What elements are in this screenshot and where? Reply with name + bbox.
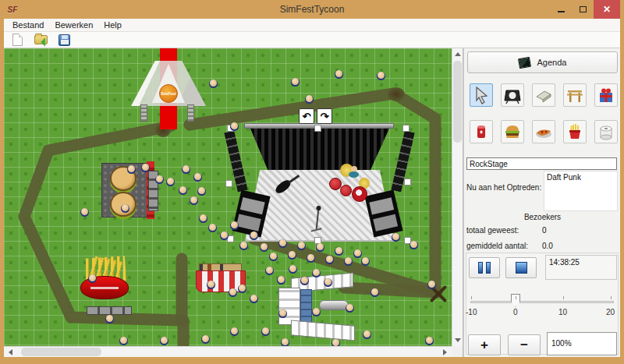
gift-icon xyxy=(597,86,615,104)
tool-stage-button[interactable] xyxy=(563,83,587,107)
toilet-doors xyxy=(300,289,312,323)
selection-handle[interactable] xyxy=(314,125,321,132)
visitor xyxy=(377,72,385,80)
visitor xyxy=(370,288,379,297)
menu-help[interactable]: Help xyxy=(98,19,127,30)
visitor xyxy=(353,249,362,258)
visitor xyxy=(332,339,340,346)
stop-icon xyxy=(516,262,527,274)
save-file-icon xyxy=(58,34,70,46)
tool-path-button[interactable] xyxy=(532,83,555,107)
menu-bar: Bestand Bewerken Help xyxy=(4,19,620,32)
visitor xyxy=(346,304,354,313)
tool-spotlight-button[interactable] xyxy=(501,83,524,107)
scroll-up-icon[interactable] xyxy=(455,52,461,56)
bench[interactable] xyxy=(87,306,132,315)
stage-name-input[interactable] xyxy=(466,157,617,170)
agenda-button[interactable]: Agenda xyxy=(467,51,618,73)
entrance-tent[interactable]: SimFest xyxy=(131,61,206,126)
scroll-down-icon[interactable] xyxy=(455,338,461,342)
visitor xyxy=(392,233,400,242)
tool-burger-button[interactable] xyxy=(501,120,524,143)
spotlight-icon xyxy=(503,86,522,104)
slider-label-0: 0 xyxy=(513,308,518,316)
rotate-left-button[interactable]: ↶ xyxy=(299,108,314,124)
selection-handle[interactable] xyxy=(225,180,232,187)
visitor xyxy=(207,281,215,289)
festival-map[interactable]: SimFest xyxy=(4,48,452,346)
visitor xyxy=(425,337,434,345)
visitor xyxy=(260,243,268,252)
horizontal-scrollbar[interactable] xyxy=(4,346,452,357)
save-file-button[interactable] xyxy=(55,33,73,48)
visitor xyxy=(182,165,190,174)
visitor xyxy=(193,173,202,182)
visitor xyxy=(160,337,168,345)
zoom-out-button[interactable]: − xyxy=(508,334,541,355)
vertical-scrollbar[interactable] xyxy=(452,48,463,346)
zoom-in-button[interactable]: + xyxy=(468,334,501,355)
selection-handle[interactable] xyxy=(404,178,411,186)
title-bar[interactable]: SF SimFestTycoon ✕ xyxy=(4,0,620,19)
scroll-left-icon[interactable] xyxy=(9,349,12,355)
path-corner-blob xyxy=(388,87,405,101)
average-visitors-label: gemiddeld aantal: xyxy=(466,242,528,250)
scroll-right-icon[interactable] xyxy=(443,349,447,355)
stop-button[interactable] xyxy=(505,257,537,278)
slider-label-10: 10 xyxy=(558,308,567,316)
visitor xyxy=(278,309,287,318)
visitor xyxy=(105,315,114,323)
maximize-icon xyxy=(580,6,587,12)
menu-bestand[interactable]: Bestand xyxy=(7,19,49,30)
tool-gift-button[interactable] xyxy=(594,83,618,107)
visitors-header: Bezoekers xyxy=(464,213,621,221)
tent-leg xyxy=(187,104,194,122)
selection-handle[interactable] xyxy=(402,125,410,132)
visitor xyxy=(410,241,418,249)
trash-can-icon xyxy=(472,122,491,141)
slider-tick xyxy=(611,296,612,299)
water-tank xyxy=(319,300,349,310)
visitor xyxy=(238,284,246,293)
vertical-scroll-thumb[interactable] xyxy=(453,61,462,143)
map-area: SimFest xyxy=(4,48,463,357)
tent-logo: SimFest xyxy=(159,84,178,103)
visitor xyxy=(312,269,321,277)
visitor xyxy=(208,224,217,232)
speed-slider-track[interactable] xyxy=(470,301,614,303)
minimize-icon xyxy=(558,11,565,12)
visitor xyxy=(277,276,285,284)
new-file-button[interactable] xyxy=(9,33,26,48)
open-file-button[interactable] xyxy=(32,33,49,48)
maximize-button[interactable] xyxy=(572,0,594,19)
visitor xyxy=(316,243,324,252)
visitor xyxy=(127,165,136,174)
agenda-label: Agenda xyxy=(537,58,567,67)
new-file-icon xyxy=(12,34,23,46)
visitor xyxy=(190,196,198,205)
tool-select-button[interactable] xyxy=(470,83,493,107)
now-performing-value: Daft Punk xyxy=(544,171,618,211)
toilet-row xyxy=(291,320,355,341)
visitor xyxy=(199,214,207,223)
tool-fries-button[interactable] xyxy=(563,120,587,143)
rotate-right-button[interactable]: ↷ xyxy=(317,108,332,124)
visitor xyxy=(335,247,343,256)
tool-pizza-button[interactable] xyxy=(532,120,555,143)
pause-button[interactable] xyxy=(469,257,500,278)
visitor xyxy=(307,254,315,263)
agenda-book-icon xyxy=(518,56,531,68)
menu-bewerken[interactable]: Bewerken xyxy=(49,19,98,30)
toilet-paper-icon xyxy=(597,122,615,141)
minimize-button[interactable] xyxy=(550,0,572,19)
visitor xyxy=(121,204,129,213)
close-button[interactable]: ✕ xyxy=(594,0,620,19)
visitor xyxy=(141,164,150,172)
visitor xyxy=(312,308,321,316)
horizontal-scroll-thumb[interactable] xyxy=(21,348,101,356)
tool-toilet-paper-button[interactable] xyxy=(594,120,618,143)
visitor xyxy=(297,242,306,250)
tool-trash-button[interactable] xyxy=(470,120,493,143)
visitor xyxy=(229,288,237,297)
sidebar: Agenda xyxy=(463,48,620,357)
